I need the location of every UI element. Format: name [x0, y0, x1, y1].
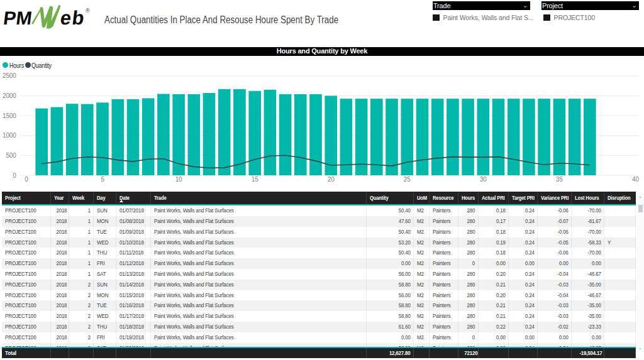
svg-text:15: 15	[252, 176, 258, 183]
svg-text:40: 40	[632, 176, 639, 183]
svg-text:500: 500	[6, 152, 16, 159]
svg-text:eb: eb	[59, 7, 86, 29]
svg-text:1500: 1500	[3, 112, 16, 119]
svg-text:0: 0	[13, 172, 16, 179]
svg-text:0: 0	[25, 176, 28, 183]
svg-text:5: 5	[101, 176, 104, 183]
svg-text:2500: 2500	[3, 72, 16, 79]
svg-text:1000: 1000	[3, 132, 16, 139]
svg-text:2000: 2000	[3, 92, 16, 99]
svg-text:PM: PM	[3, 8, 33, 28]
svg-text:30: 30	[480, 176, 487, 183]
svg-text:10: 10	[175, 176, 182, 183]
svg-text:35: 35	[556, 176, 563, 183]
svg-text:25: 25	[404, 176, 411, 183]
svg-text:®: ®	[86, 8, 90, 14]
svg-text:20: 20	[328, 176, 335, 183]
